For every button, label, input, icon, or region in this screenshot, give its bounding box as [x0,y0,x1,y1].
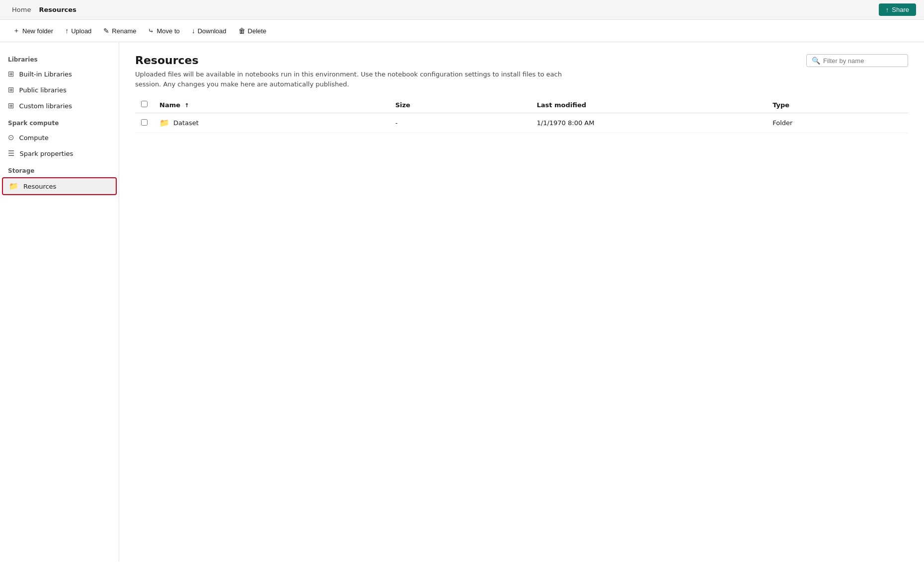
compute-icon: ⊙ [8,133,14,142]
table-row: 📁 Dataset - 1/1/1970 8:00 AM Folder [135,113,908,133]
row-last-modified-cell: 1/1/1970 8:00 AM [531,113,767,133]
delete-icon: 🗑 [238,27,245,35]
name-sort-icon: ↑ [185,102,189,109]
share-button[interactable]: ↑ Share [879,3,916,16]
resources-link[interactable]: Resources [35,6,80,13]
rename-icon: ✎ [103,27,109,35]
row-name[interactable]: Dataset [173,119,199,127]
spark-compute-section-label: Spark compute [0,114,119,130]
row-name-cell: 📁 Dataset [154,113,389,133]
libraries-section-label: Libraries [0,50,119,66]
resources-table: Name ↑ Size Last modified Type [135,97,908,133]
download-button[interactable]: ↓ Download [187,24,231,37]
resources-icon: 📁 [9,182,18,191]
filter-input[interactable] [823,57,903,65]
select-all-checkbox[interactable] [141,101,148,107]
upload-icon: ↑ [65,27,69,35]
move-to-icon: ⤷ [148,27,154,35]
name-column-header[interactable]: Name ↑ [154,97,389,113]
content-header: Resources Uploaded files will be availab… [135,54,908,89]
last-modified-column-header: Last modified [531,97,767,113]
sidebar-item-spark-properties[interactable]: ☰ Spark properties [0,145,119,161]
upload-button[interactable]: ↑ Upload [60,24,96,37]
sidebar-item-compute[interactable]: ⊙ Compute [0,130,119,145]
select-all-header [135,97,154,113]
folder-icon: 📁 [159,118,169,128]
content-header-left: Resources Uploaded files will be availab… [135,54,582,89]
built-in-libraries-icon: ⊞ [8,70,14,78]
rename-button[interactable]: ✎ Rename [98,24,141,37]
sidebar-item-public-libraries[interactable]: ⊞ Public libraries [0,82,119,98]
size-column-header: Size [389,97,531,113]
public-libraries-icon: ⊞ [8,85,14,94]
storage-section-label: Storage [0,161,119,177]
new-folder-icon: ＋ [13,26,20,35]
top-nav: Home Resources ↑ Share [0,0,924,20]
sidebar-item-custom-libraries[interactable]: ⊞ Custom libraries [0,98,119,114]
home-link[interactable]: Home [8,6,35,13]
sidebar-item-built-in-libraries[interactable]: ⊞ Built-in Libraries [0,66,119,82]
filter-input-wrapper[interactable]: 🔍 [806,54,908,67]
row-type-cell: Folder [767,113,908,133]
table-header-row: Name ↑ Size Last modified Type [135,97,908,113]
spark-properties-icon: ☰ [8,149,14,158]
sidebar-item-resources[interactable]: 📁 Resources [2,177,117,195]
sidebar: Libraries ⊞ Built-in Libraries ⊞ Public … [0,42,119,562]
download-icon: ↓ [192,27,195,35]
search-icon: 🔍 [812,57,820,65]
delete-button[interactable]: 🗑 Delete [233,24,272,37]
custom-libraries-icon: ⊞ [8,101,14,110]
content-description: Uploaded files will be available in note… [135,70,582,89]
content-area: Resources Uploaded files will be availab… [119,42,924,562]
row-checkbox-cell [135,113,154,133]
type-column-header: Type [767,97,908,113]
main-layout: Libraries ⊞ Built-in Libraries ⊞ Public … [0,42,924,562]
row-checkbox[interactable] [141,119,148,126]
new-folder-button[interactable]: ＋ New folder [8,24,58,38]
toolbar: ＋ New folder ↑ Upload ✎ Rename ⤷ Move to… [0,20,924,42]
page-title: Resources [135,54,582,67]
row-size-cell: - [389,113,531,133]
share-icon: ↑ [886,6,889,13]
table-body: 📁 Dataset - 1/1/1970 8:00 AM Folder [135,113,908,133]
move-to-button[interactable]: ⤷ Move to [143,24,184,37]
